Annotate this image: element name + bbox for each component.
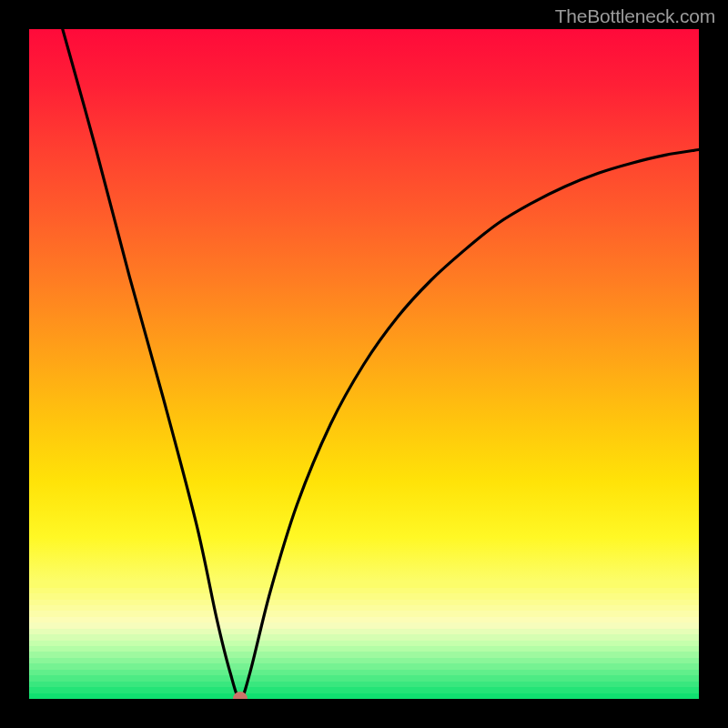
chart-frame: TheBottleneck.com [0,0,728,728]
plot-outer [29,29,699,699]
plot-area [29,29,699,699]
bottleneck-curve [63,29,699,699]
watermark-text: TheBottleneck.com [555,5,715,27]
curve-svg [29,29,699,699]
